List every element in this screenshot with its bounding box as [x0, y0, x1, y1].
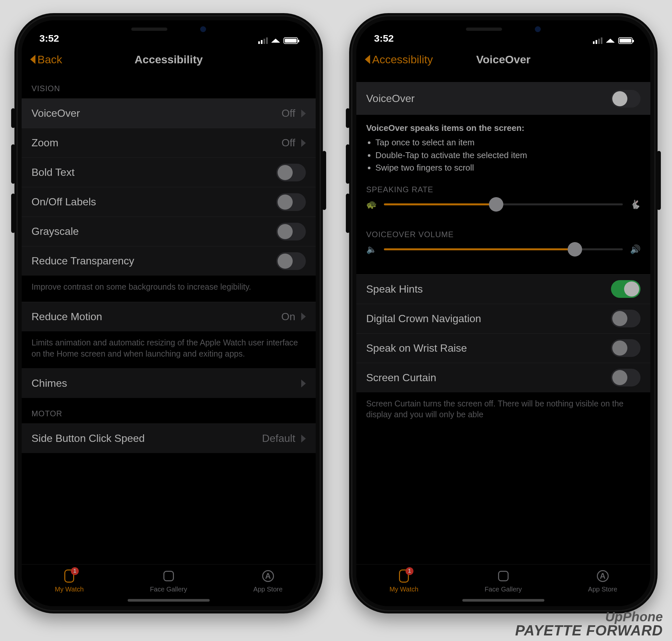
wifi-icon — [271, 39, 280, 43]
page-title: Accessibility — [135, 53, 203, 66]
phone-right: 3:52 Accessibility VoiceOver VoiceOver — [349, 13, 658, 613]
switch-screen-curtain[interactable] — [611, 369, 641, 386]
volume-low-icon: 🔈 — [366, 244, 377, 255]
row-label: Zoom — [31, 137, 58, 149]
row-label: Chimes — [31, 377, 67, 390]
row-label: Reduce Motion — [31, 311, 102, 323]
page-title: VoiceOver — [476, 53, 530, 66]
watermark: UpPhone PAYETTE FORWARD — [515, 610, 663, 638]
tab-label: Face Gallery — [485, 586, 522, 593]
rabbit-icon: 🐇 — [630, 200, 641, 209]
row-value: Default — [262, 432, 295, 445]
home-indicator[interactable] — [462, 599, 545, 602]
switch-onoff-labels[interactable] — [276, 193, 306, 211]
row-digital-crown-navigation[interactable]: Digital Crown Navigation — [357, 304, 650, 333]
row-bold-text[interactable]: Bold Text — [22, 158, 315, 187]
voiceover-description: VoiceOver speaks items on the screen: Ta… — [357, 115, 650, 174]
row-label: Bold Text — [31, 166, 75, 178]
row-label: Side Button Click Speed — [31, 432, 145, 445]
back-button[interactable]: Accessibility — [365, 53, 433, 66]
switch-digital-crown-navigation[interactable] — [611, 310, 641, 327]
turtle-icon: 🐢 — [366, 200, 377, 209]
content-right: VoiceOver VoiceOver speaks items on the … — [357, 73, 650, 564]
row-label: Grayscale — [31, 226, 79, 237]
row-voiceover-toggle[interactable]: VoiceOver — [357, 82, 650, 115]
row-reduce-motion[interactable]: Reduce Motion On — [22, 302, 315, 331]
footer-reduce-transparency: Improve contrast on some backgrounds to … — [22, 275, 315, 302]
row-label: VoiceOver — [366, 93, 415, 105]
switch-voiceover[interactable] — [611, 90, 641, 108]
row-screen-curtain[interactable]: Screen Curtain — [357, 363, 650, 392]
status-time: 3:52 — [39, 33, 59, 44]
tab-my-watch[interactable]: 1 My Watch — [55, 569, 84, 593]
row-speak-hints[interactable]: Speak Hints — [357, 274, 650, 304]
slider-knob[interactable] — [489, 197, 503, 212]
nav-bar: Back Accessibility — [22, 46, 315, 73]
cellular-icon — [593, 37, 602, 44]
cellular-icon — [258, 37, 268, 44]
row-label: Reduce Transparency — [31, 255, 134, 267]
row-label: Screen Curtain — [366, 372, 436, 384]
chevron-right-icon — [301, 435, 306, 442]
row-zoom[interactable]: Zoom Off — [22, 128, 315, 158]
section-header-motor: MOTOR — [22, 398, 315, 423]
switch-grayscale[interactable] — [276, 223, 306, 241]
row-reduce-transparency[interactable]: Reduce Transparency — [22, 246, 315, 275]
home-indicator[interactable] — [127, 599, 210, 602]
tab-my-watch[interactable]: 1 My Watch — [389, 569, 418, 593]
row-chimes[interactable]: Chimes — [22, 368, 315, 398]
footer-screen-curtain: Screen Curtain turns the screen off. The… — [357, 392, 650, 430]
row-label: Digital Crown Navigation — [366, 313, 481, 325]
section-header-speaking-rate: SPEAKING RATE — [357, 182, 650, 200]
slider-speaking-rate[interactable]: 🐢 🐇 — [366, 200, 641, 209]
switch-reduce-transparency[interactable] — [276, 252, 306, 270]
row-label: On/Off Labels — [31, 196, 96, 208]
row-onoff-labels[interactable]: On/Off Labels — [22, 187, 315, 217]
tab-app-store[interactable]: A App Store — [588, 569, 617, 593]
screen-left: 3:52 Back Accessibility VISION VoiceOver — [22, 21, 315, 606]
tab-label: My Watch — [389, 586, 418, 593]
app-store-icon: A — [597, 570, 609, 582]
row-speak-wrist-raise[interactable]: Speak on Wrist Raise — [357, 333, 650, 363]
switch-bold-text[interactable] — [276, 164, 306, 181]
row-grayscale[interactable]: Grayscale — [22, 217, 315, 246]
phone-left: 3:52 Back Accessibility VISION VoiceOver — [14, 13, 323, 613]
row-label: VoiceOver — [31, 107, 80, 119]
tab-app-store[interactable]: A App Store — [253, 569, 283, 593]
row-value: Off — [282, 107, 295, 119]
chevron-left-icon — [30, 55, 36, 64]
badge: 1 — [406, 567, 414, 575]
chevron-right-icon — [301, 110, 306, 118]
tab-label: App Store — [588, 586, 617, 593]
tab-label: Face Gallery — [150, 586, 187, 593]
tab-label: My Watch — [55, 586, 84, 593]
row-value: On — [281, 311, 295, 323]
content-left: VISION VoiceOver Off Zoom Off Bold Text … — [22, 73, 315, 564]
volume-high-icon: 🔊 — [630, 244, 641, 255]
back-button[interactable]: Back — [30, 53, 62, 66]
status-time: 3:52 — [374, 33, 394, 44]
tab-label: App Store — [253, 586, 283, 593]
face-gallery-icon — [163, 571, 174, 581]
nav-bar: Accessibility VoiceOver — [357, 46, 650, 73]
switch-speak-hints[interactable] — [611, 280, 641, 298]
battery-icon — [283, 37, 298, 44]
switch-speak-wrist-raise[interactable] — [611, 339, 641, 357]
screen-right: 3:52 Accessibility VoiceOver VoiceOver — [357, 21, 650, 606]
slider-knob[interactable] — [568, 242, 582, 257]
face-gallery-icon — [498, 571, 509, 581]
slider-voiceover-volume[interactable]: 🔈 🔊 — [366, 244, 641, 255]
row-label: Speak on Wrist Raise — [366, 342, 467, 354]
row-side-button-speed[interactable]: Side Button Click Speed Default — [22, 423, 315, 453]
row-label: Speak Hints — [366, 283, 423, 295]
app-store-icon: A — [262, 570, 274, 582]
chevron-right-icon — [301, 139, 306, 147]
section-header-vision: VISION — [22, 73, 315, 98]
badge: 1 — [71, 567, 79, 575]
row-voiceover[interactable]: VoiceOver Off — [22, 98, 315, 128]
tab-face-gallery[interactable]: Face Gallery — [150, 569, 187, 593]
chevron-right-icon — [301, 313, 306, 320]
back-label: Accessibility — [372, 53, 433, 66]
back-label: Back — [37, 53, 62, 66]
tab-face-gallery[interactable]: Face Gallery — [485, 569, 522, 593]
